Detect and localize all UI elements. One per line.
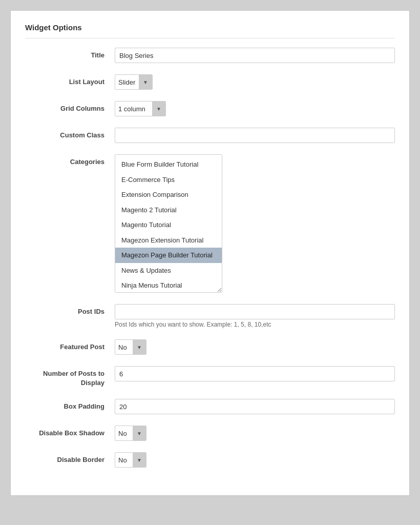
grid-columns-row: Grid Columns 1 column 2 columns 3 column… [25,101,395,118]
list-item[interactable]: Ninja Menus Tutorial [115,278,222,293]
post-ids-label: Post IDs [25,304,115,316]
disable-border-control: No Yes ▼ [115,452,395,468]
grid-columns-arrow-icon: ▼ [152,102,165,116]
disable-box-shadow-control: No Yes ▼ [115,426,395,441]
featured-post-select[interactable]: No Yes [115,340,133,354]
disable-box-shadow-label: Disable Box Shadow [25,426,115,438]
list-layout-select-wrap[interactable]: Slider Grid List ▼ [115,74,153,90]
post-ids-control: Post Ids which you want to show. Example… [115,304,395,328]
list-item[interactable]: E-Commerce Tips [115,172,222,188]
num-posts-control [115,366,395,381]
featured-post-label: Featured Post [25,339,115,352]
categories-control: Blue Form Builder Tutorial E-Commerce Ti… [115,154,395,293]
custom-class-control [115,128,395,143]
box-padding-label: Box Padding [25,399,115,411]
disable-box-shadow-row: Disable Box Shadow No Yes ▼ [25,426,395,443]
disable-box-shadow-arrow-icon: ▼ [133,426,146,440]
list-item[interactable]: Magento 2 Tutorial [115,203,222,218]
categories-row: Categories Blue Form Builder Tutorial E-… [25,154,395,295]
num-posts-input[interactable] [115,366,395,381]
widget-options-panel: Widget Options Title List Layout Slider … [10,10,410,496]
disable-border-select[interactable]: No Yes [115,453,133,467]
title-control [115,48,395,63]
list-layout-row: List Layout Slider Grid List ▼ [25,74,395,92]
featured-post-row: Featured Post No Yes ▼ [25,339,395,357]
categories-list[interactable]: Blue Form Builder Tutorial E-Commerce Ti… [115,154,222,293]
list-item[interactable]: Magezon Page Builder Tutorial [115,248,222,263]
grid-columns-select[interactable]: 1 column 2 columns 3 columns 4 columns [115,102,152,116]
num-posts-label: Number of Posts to Display [25,366,115,388]
list-item[interactable]: Magezon Extension Tutorial [115,233,222,248]
panel-title: Widget Options [25,23,395,38]
list-item[interactable]: Extension Comparison [115,187,222,203]
custom-class-row: Custom Class [25,128,395,145]
disable-box-shadow-select-wrap[interactable]: No Yes ▼ [115,426,146,441]
featured-post-arrow-icon: ▼ [133,340,146,354]
box-padding-input[interactable] [115,399,395,414]
num-posts-row: Number of Posts to Display [25,366,395,390]
grid-columns-label: Grid Columns [25,101,115,113]
categories-label: Categories [25,154,115,167]
list-item[interactable]: Blue Form Builder Tutorial [115,157,222,172]
featured-post-select-wrap[interactable]: No Yes ▼ [115,339,146,355]
list-item[interactable]: Magento Tutorial [115,217,222,233]
title-row: Title [25,48,395,65]
title-label: Title [25,48,115,60]
disable-border-arrow-icon: ▼ [133,453,146,467]
list-item[interactable]: News & Updates [115,263,222,278]
disable-border-select-wrap[interactable]: No Yes ▼ [115,452,146,468]
list-layout-arrow-icon: ▼ [139,75,152,89]
custom-class-label: Custom Class [25,128,115,140]
box-padding-control [115,399,395,414]
list-layout-label: List Layout [25,74,115,87]
custom-class-input[interactable] [115,128,395,143]
list-layout-select[interactable]: Slider Grid List [115,75,139,89]
box-padding-row: Box Padding [25,399,395,416]
grid-columns-control: 1 column 2 columns 3 columns 4 columns ▼ [115,101,395,116]
featured-post-control: No Yes ▼ [115,339,395,355]
list-layout-control: Slider Grid List ▼ [115,74,395,90]
disable-border-row: Disable Border No Yes ▼ [25,452,395,470]
grid-columns-select-wrap[interactable]: 1 column 2 columns 3 columns 4 columns ▼ [115,101,166,116]
post-ids-row: Post IDs Post Ids which you want to show… [25,304,395,330]
post-ids-hint: Post Ids which you want to show. Example… [115,321,395,328]
disable-box-shadow-select[interactable]: No Yes [115,426,133,440]
disable-border-label: Disable Border [25,452,115,465]
title-input[interactable] [115,48,395,63]
post-ids-input[interactable] [115,304,395,319]
